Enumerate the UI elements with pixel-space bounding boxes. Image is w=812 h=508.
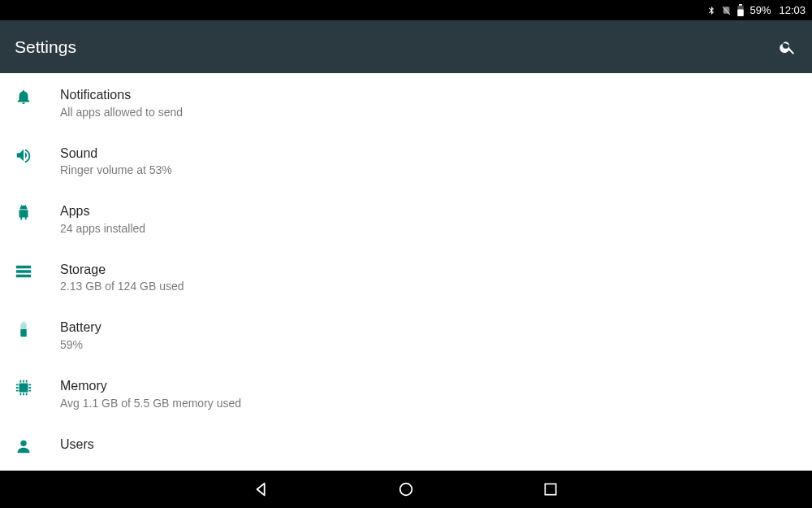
item-subtitle: 24 apps installed bbox=[60, 222, 145, 235]
svg-rect-5 bbox=[20, 329, 26, 336]
storage-icon bbox=[15, 263, 32, 280]
item-subtitle: Avg 1.1 GB of 5.5 GB memory used bbox=[60, 397, 241, 410]
item-title: Users bbox=[60, 436, 94, 454]
svg-rect-4 bbox=[22, 322, 25, 323]
search-icon bbox=[779, 38, 797, 56]
app-bar: Settings bbox=[0, 20, 812, 73]
item-subtitle: 59% bbox=[60, 338, 102, 351]
bluetooth-icon bbox=[706, 5, 716, 16]
settings-item-battery[interactable]: Battery 59% bbox=[0, 306, 812, 364]
item-title: Memory bbox=[60, 377, 241, 395]
battery-percent: 59% bbox=[749, 4, 771, 16]
back-icon bbox=[253, 480, 270, 498]
battery-icon bbox=[736, 4, 745, 16]
item-title: Storage bbox=[60, 261, 184, 279]
settings-item-notifications[interactable]: Notifications All apps allowed to send bbox=[0, 73, 812, 132]
svg-point-6 bbox=[20, 440, 26, 445]
nav-recents-button[interactable] bbox=[539, 478, 562, 501]
search-button[interactable] bbox=[778, 37, 797, 57]
no-sim-icon bbox=[721, 5, 732, 16]
user-icon bbox=[15, 437, 32, 455]
settings-list[interactable]: Notifications All apps allowed to send S… bbox=[0, 73, 812, 471]
nav-back-button[interactable] bbox=[250, 478, 273, 501]
svg-rect-8 bbox=[545, 484, 555, 494]
item-title: Notifications bbox=[60, 86, 183, 104]
svg-rect-2 bbox=[738, 10, 745, 16]
settings-item-apps[interactable]: Apps 24 apps installed bbox=[0, 189, 812, 248]
battery-settings-icon bbox=[15, 320, 32, 338]
item-subtitle: Ringer volume at 53% bbox=[60, 163, 172, 176]
item-title: Apps bbox=[60, 202, 145, 220]
bell-icon bbox=[15, 88, 32, 106]
svg-point-7 bbox=[400, 484, 412, 496]
home-icon bbox=[397, 480, 415, 498]
settings-item-users[interactable]: Users bbox=[0, 423, 812, 458]
item-title: Sound bbox=[60, 145, 172, 163]
item-subtitle: 2.13 GB of 124 GB used bbox=[60, 280, 184, 293]
page-title: Settings bbox=[15, 37, 76, 57]
memory-icon bbox=[15, 379, 32, 397]
item-title: Battery bbox=[60, 319, 102, 336]
recents-icon bbox=[542, 481, 559, 497]
status-time: 12:03 bbox=[779, 4, 806, 16]
settings-item-storage[interactable]: Storage 2.13 GB of 124 GB used bbox=[0, 248, 812, 306]
navigation-bar bbox=[0, 471, 812, 508]
settings-item-sound[interactable]: Sound Ringer volume at 53% bbox=[0, 132, 812, 190]
android-icon bbox=[15, 204, 32, 222]
sound-icon bbox=[15, 146, 32, 164]
status-bar: 59% 12:03 bbox=[0, 0, 812, 20]
settings-item-memory[interactable]: Memory Avg 1.1 GB of 5.5 GB memory used bbox=[0, 364, 812, 423]
svg-rect-0 bbox=[740, 4, 743, 6]
item-subtitle: All apps allowed to send bbox=[60, 106, 183, 119]
nav-home-button[interactable] bbox=[395, 478, 417, 501]
